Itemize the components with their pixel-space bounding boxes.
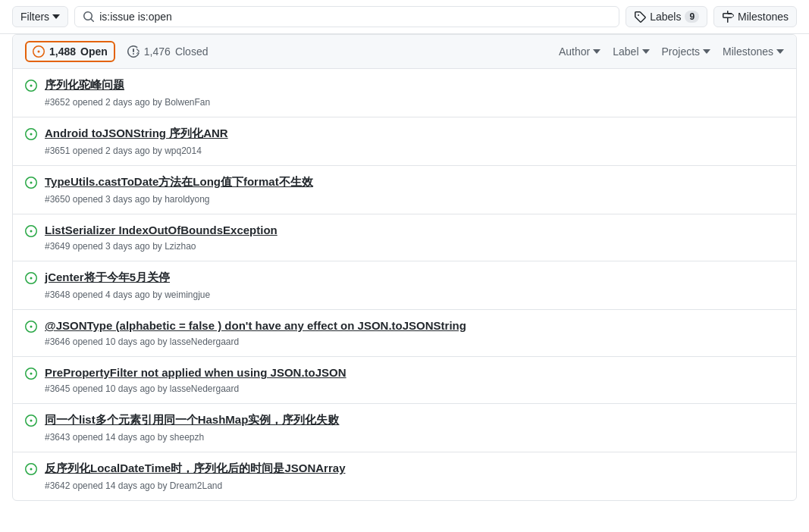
issue-content: Android toJSONString 序列化ANR #3651 opened…	[45, 127, 784, 156]
table-row: 序列化驼峰问题 #3652 opened 2 days ago by Bolwe…	[13, 69, 796, 117]
search-box	[74, 6, 619, 27]
issue-title[interactable]: jCenter将于今年5月关停	[45, 271, 784, 285]
open-issue-row-icon	[25, 321, 37, 333]
author-dropdown[interactable]: Author	[559, 45, 600, 58]
issue-content: TypeUtils.castToDate方法在Long值下format不生效 #…	[45, 175, 784, 205]
author-label: Author	[559, 45, 590, 58]
open-issue-row-icon	[25, 415, 37, 427]
table-row: PrePropertyFilter not applied when using…	[13, 357, 796, 404]
table-row: @JSONType (alphabetic = false ) don't ha…	[13, 310, 796, 357]
open-issue-row-icon	[25, 225, 37, 237]
label-icon	[634, 11, 646, 23]
table-row: 反序列化LocalDateTime时，序列化后的时间是JSONArray #36…	[13, 452, 796, 500]
issue-meta: #3651 opened 2 days ago by wpq2014	[45, 146, 202, 156]
issue-meta: #3652 opened 2 days ago by BolwenFan	[45, 97, 210, 108]
open-issue-row-icon	[25, 272, 37, 284]
search-icon	[83, 11, 95, 23]
issues-header: 1,488 Open 1,476 Closed Author Label	[13, 35, 796, 69]
labels-badge: 9	[685, 11, 699, 23]
issue-title[interactable]: Android toJSONString 序列化ANR	[45, 127, 784, 141]
issue-title[interactable]: PrePropertyFilter not applied when using…	[45, 366, 784, 379]
issue-meta: #3648 opened 4 days ago by weimingjue	[45, 289, 210, 300]
label-chevron-icon	[642, 48, 650, 55]
issue-meta: #3646 opened 10 days ago by lasseNederga…	[45, 336, 239, 347]
open-issue-icon	[33, 45, 45, 58]
issue-list: 序列化驼峰问题 #3652 opened 2 days ago by Bolwe…	[13, 69, 796, 500]
milestone-icon	[722, 11, 734, 23]
closed-label: Closed	[175, 45, 209, 58]
issue-title[interactable]: @JSONType (alphabetic = false ) don't ha…	[45, 319, 784, 332]
issue-content: 反序列化LocalDateTime时，序列化后的时间是JSONArray #36…	[45, 462, 784, 491]
milestones-dropdown[interactable]: Milestones	[723, 45, 784, 58]
open-issue-row-icon	[25, 177, 37, 189]
table-row: Android toJSONString 序列化ANR #3651 opened…	[13, 117, 796, 166]
issue-title[interactable]: 同一个list多个元素引用同一个HashMap实例，序列化失败	[45, 413, 784, 427]
issue-title[interactable]: TypeUtils.castToDate方法在Long值下format不生效	[45, 175, 784, 189]
filter-dropdowns: Author Label Projects Milestones	[559, 45, 784, 58]
top-bar: Filters Labels 9 Milestones	[0, 0, 809, 34]
open-issue-row-icon	[25, 128, 37, 140]
right-buttons: Labels 9 Milestones	[626, 6, 797, 27]
issue-title[interactable]: 反序列化LocalDateTime时，序列化后的时间是JSONArray	[45, 462, 784, 476]
issues-container: 1,488 Open 1,476 Closed Author Label	[12, 34, 797, 501]
issue-title[interactable]: ListSerializer IndexOutOfBoundsException	[45, 224, 784, 236]
open-issue-row-icon	[25, 80, 37, 92]
open-count-number: 1,488	[49, 45, 76, 58]
milestones-chevron-icon	[776, 48, 784, 55]
issue-meta: #3643 opened 14 days ago by sheepzh	[45, 432, 204, 443]
issue-meta: #3650 opened 3 days ago by haroldyong	[45, 194, 210, 205]
table-row: 同一个list多个元素引用同一个HashMap实例，序列化失败 #3643 op…	[13, 404, 796, 452]
chevron-down-icon	[52, 13, 60, 20]
issue-title[interactable]: 序列化驼峰问题	[45, 78, 784, 92]
milestones-label: Milestones	[738, 11, 789, 23]
issue-content: PrePropertyFilter not applied when using…	[45, 366, 784, 394]
open-count-button[interactable]: 1,488 Open	[25, 41, 115, 62]
issue-content: 序列化驼峰问题 #3652 opened 2 days ago by Bolwe…	[45, 78, 784, 108]
closed-count-button[interactable]: 1,476 Closed	[127, 45, 209, 58]
filters-button[interactable]: Filters	[12, 6, 68, 27]
label-dropdown[interactable]: Label	[613, 45, 649, 58]
issue-meta: #3642 opened 14 days ago by Dream2Land	[45, 480, 222, 491]
search-input[interactable]	[99, 11, 611, 23]
labels-button[interactable]: Labels 9	[626, 6, 707, 27]
projects-chevron-icon	[703, 48, 710, 55]
table-row: jCenter将于今年5月关停 #3648 opened 4 days ago …	[13, 261, 796, 310]
open-issue-row-icon	[25, 368, 37, 380]
issue-content: ListSerializer IndexOutOfBoundsException…	[45, 224, 784, 252]
issue-meta: #3645 opened 10 days ago by lasseNederga…	[45, 383, 239, 394]
milestones-dropdown-label: Milestones	[723, 45, 773, 58]
projects-label: Projects	[662, 45, 701, 58]
table-row: TypeUtils.castToDate方法在Long值下format不生效 #…	[13, 166, 796, 214]
closed-issue-icon	[127, 45, 140, 58]
issue-content: @JSONType (alphabetic = false ) don't ha…	[45, 319, 784, 347]
label-dropdown-label: Label	[613, 45, 638, 58]
closed-count-number: 1,476	[144, 45, 171, 58]
projects-dropdown[interactable]: Projects	[662, 45, 711, 58]
author-chevron-icon	[593, 48, 600, 55]
open-label: Open	[80, 45, 108, 58]
milestones-button[interactable]: Milestones	[713, 6, 797, 27]
filters-label: Filters	[20, 11, 49, 23]
labels-label: Labels	[650, 11, 681, 23]
table-row: ListSerializer IndexOutOfBoundsException…	[13, 214, 796, 261]
open-issue-row-icon	[25, 463, 37, 475]
issue-content: jCenter将于今年5月关停 #3648 opened 4 days ago …	[45, 271, 784, 300]
issue-meta: #3649 opened 3 days ago by Lzizhao	[45, 241, 196, 252]
issue-content: 同一个list多个元素引用同一个HashMap实例，序列化失败 #3643 op…	[45, 413, 784, 443]
